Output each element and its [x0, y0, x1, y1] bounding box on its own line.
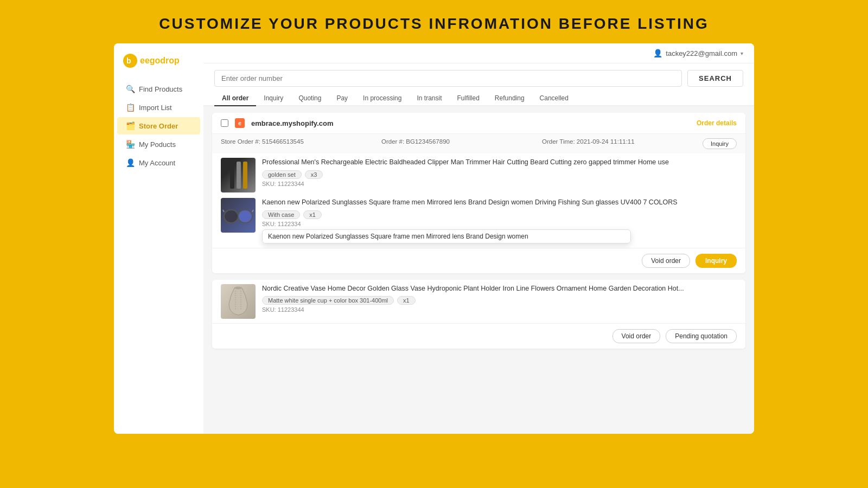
clipper-svg — [225, 159, 252, 191]
tab-pay[interactable]: Pay — [329, 91, 355, 106]
app-container: b eegodrop 🔍 Find Products 📋 Import List… — [114, 43, 754, 434]
order-card-1: e embrace.myshopify.com Order details St… — [212, 113, 745, 273]
store-favicon-1: e — [235, 118, 245, 128]
logo-text: eegodrop — [140, 56, 180, 66]
main-content: 👤 tackey222@gmail.com ▾ SEARCH All order… — [203, 43, 754, 434]
sidebar-item-store-order[interactable]: 🗂️ Store Order — [117, 117, 200, 134]
sidebar-label-store-order: Store Order — [139, 122, 178, 130]
product-title-1: Professional Men's Rechargeable Electric… — [262, 158, 737, 168]
user-email: tackey222@gmail.com — [666, 49, 737, 57]
product-tags-1: golden set x3 — [262, 170, 737, 179]
order-number-1: Order #: BG1234567890 — [381, 138, 542, 149]
product-tag-3b: x1 — [397, 296, 416, 305]
product-tag-1b: x3 — [305, 170, 323, 179]
logo-icon: b — [123, 53, 138, 68]
logo-drop: drop — [160, 56, 180, 65]
svg-point-6 — [238, 210, 252, 223]
inquiry-button-1[interactable]: Inquiry — [695, 254, 737, 268]
search-area: SEARCH — [203, 63, 754, 87]
glasses-svg — [222, 204, 254, 226]
product-tags-2: With case x1 — [262, 210, 737, 219]
sidebar-item-import-list[interactable]: 📋 Import List — [117, 99, 200, 116]
tab-all-order[interactable]: All order — [214, 91, 256, 106]
sidebar-item-find-products[interactable]: 🔍 Find Products — [117, 80, 200, 98]
orders-list: e embrace.myshopify.com Order details St… — [203, 106, 754, 355]
store-order-number-1: Store Order #: 515466513545 — [221, 138, 381, 149]
void-order-button-1[interactable]: Void order — [642, 254, 690, 268]
store-order-icon: 🗂️ — [126, 121, 135, 130]
product-title-2: Kaenon new Polarized Sunglasses Square f… — [262, 198, 737, 208]
svg-line-9 — [252, 210, 253, 212]
my-account-icon: 👤 — [126, 158, 135, 167]
order-1-footer: Void order Inquiry — [212, 248, 745, 273]
tab-inquiry[interactable]: Inquiry — [256, 91, 291, 106]
product-tags-3: Matte white single cup + color box 301-4… — [262, 296, 737, 305]
svg-rect-2 — [230, 162, 234, 189]
tooltip-overlay: Kaenon new Polarized Sunglasses Square f… — [262, 229, 631, 243]
order-2-products: Nordic Creative Vase Home Decor Golden G… — [212, 280, 745, 323]
logo-eego: eego — [140, 56, 160, 65]
topbar: 👤 tackey222@gmail.com ▾ — [203, 43, 754, 63]
tab-quoting[interactable]: Quoting — [291, 91, 329, 106]
sidebar-label-my-account: My Account — [139, 159, 175, 167]
tab-in-processing[interactable]: In processing — [355, 91, 409, 106]
order-inquiry-btn-1[interactable]: Inquiry — [703, 138, 737, 149]
tabs-area: All order Inquiry Quoting Pay In process… — [203, 87, 754, 106]
svg-point-10 — [234, 286, 242, 289]
pending-quotation-button[interactable]: Pending quotation — [666, 329, 737, 343]
sidebar-label-import-list: Import List — [139, 104, 172, 112]
product-tag-1a: golden set — [262, 170, 302, 179]
svg-line-8 — [223, 210, 224, 212]
store-name-1: embrace.myshopify.com — [251, 119, 333, 127]
sidebar-logo: b eegodrop — [114, 43, 203, 76]
svg-rect-3 — [237, 162, 241, 189]
svg-text:b: b — [126, 56, 131, 65]
search-icon: 🔍 — [126, 85, 135, 93]
product-info-2: Kaenon new Polarized Sunglasses Square f… — [262, 198, 737, 243]
order-meta-1: Store Order #: 515466513545 Order #: BG1… — [212, 134, 745, 153]
order-1-checkbox[interactable] — [221, 119, 228, 127]
user-info[interactable]: 👤 tackey222@gmail.com ▾ — [653, 49, 743, 57]
svg-rect-4 — [243, 162, 247, 189]
sidebar-label-my-products: My Poducts — [139, 140, 176, 149]
order-details-link-1[interactable]: Order details — [697, 119, 737, 127]
sidebar-item-my-account[interactable]: 👤 My Account — [117, 154, 200, 171]
product-title-3: Nordic Creative Vase Home Decor Golden G… — [262, 284, 737, 294]
order-2-footer: Void order Pending quotation — [212, 323, 745, 349]
tab-fulfilled[interactable]: Fulfilled — [450, 91, 487, 106]
product-info-3: Nordic Creative Vase Home Decor Golden G… — [262, 284, 737, 313]
order-search-input[interactable] — [214, 70, 682, 87]
product-tag-3a: Matte white single cup + color box 301-4… — [262, 296, 394, 305]
vase-svg — [225, 285, 252, 318]
product-row-3: Nordic Creative Vase Home Decor Golden G… — [221, 284, 737, 319]
product-info-1: Professional Men's Rechargeable Electric… — [262, 158, 737, 187]
import-list-icon: 📋 — [126, 103, 135, 112]
sidebar-navigation: 🔍 Find Products 📋 Import List 🗂️ Store O… — [114, 76, 203, 176]
product-tag-2a: With case — [262, 210, 300, 219]
svg-point-5 — [224, 210, 238, 223]
sidebar-label-find-products: Find Products — [139, 85, 182, 93]
void-order-button-2[interactable]: Void order — [612, 329, 661, 343]
search-button[interactable]: SEARCH — [687, 70, 743, 87]
product-image-clipper — [221, 158, 256, 192]
page-background: CUSTOMIZE YOUR PRODUCTS INFROMATION BEFO… — [0, 0, 868, 434]
tab-in-transit[interactable]: In transit — [409, 91, 449, 106]
user-dropdown-arrow: ▾ — [741, 50, 743, 56]
my-products-icon: 🏪 — [126, 140, 135, 149]
order-card-2: Nordic Creative Vase Home Decor Golden G… — [212, 280, 745, 349]
product-image-glasses — [221, 198, 256, 233]
product-sku-2: SKU: 1122334 — [262, 221, 737, 227]
tab-refunding[interactable]: Refunding — [487, 91, 532, 106]
tab-cancelled[interactable]: Cancelled — [532, 91, 576, 106]
product-sku-1: SKU: 11223344 — [262, 181, 737, 187]
order-card-1-header: e embrace.myshopify.com Order details — [212, 113, 745, 134]
sidebar-item-my-products[interactable]: 🏪 My Poducts — [117, 136, 200, 153]
order-1-products: Professional Men's Rechargeable Electric… — [212, 153, 745, 248]
order-time-1: Order Time: 2021-09-24 11:11:11 — [542, 138, 703, 149]
product-row-1: Professional Men's Rechargeable Electric… — [221, 158, 737, 192]
product-image-vase — [221, 284, 256, 319]
user-icon: 👤 — [653, 49, 662, 57]
page-header: CUSTOMIZE YOUR PRODUCTS INFROMATION BEFO… — [0, 0, 868, 43]
product-sku-3: SKU: 11223344 — [262, 306, 737, 313]
product-row-2: Kaenon new Polarized Sunglasses Square f… — [221, 198, 737, 243]
